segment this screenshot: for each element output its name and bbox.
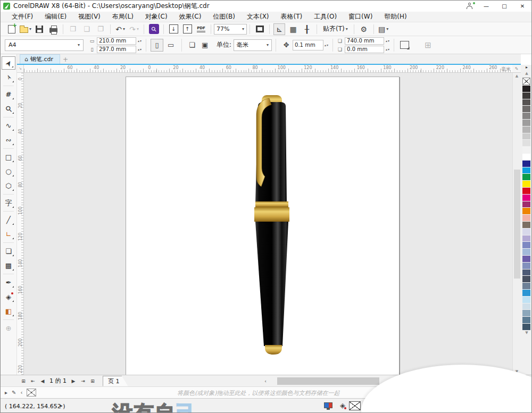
palette-swatch-6[interactable] bbox=[522, 127, 530, 133]
connector-tool[interactable]: ∟ bbox=[2, 227, 15, 241]
vertical-scroll-thumb[interactable] bbox=[514, 170, 520, 279]
snap-dropdown-arrow[interactable]: ▾ bbox=[346, 27, 348, 31]
palette-swatch-29[interactable] bbox=[522, 283, 530, 290]
undo-dropdown-arrow[interactable]: ▾ bbox=[123, 27, 125, 31]
duplicate-y-stepper[interactable]: ▴▾ bbox=[386, 47, 390, 51]
nudge-distance-input[interactable]: 0.1 mm bbox=[293, 40, 323, 50]
menu-item-8[interactable]: 表格(T) bbox=[275, 11, 309, 22]
search-content-button[interactable]: ⚲ bbox=[148, 23, 160, 35]
nudge-stepper[interactable]: ▴▾ bbox=[325, 44, 329, 46]
menu-item-9[interactable]: 工具(O) bbox=[308, 11, 343, 22]
menu-item-2[interactable]: 视图(V) bbox=[72, 11, 106, 22]
maximize-button[interactable]: □ bbox=[495, 1, 513, 12]
palette-swatch-30[interactable] bbox=[522, 290, 530, 297]
palette-flyout-arrow[interactable]: ▸ bbox=[521, 65, 532, 71]
document-tab[interactable]: ⌂ 钢笔.cdr bbox=[20, 54, 60, 64]
palette-swatch-33[interactable] bbox=[522, 310, 530, 317]
dropshadow-tool[interactable]: ❏ bbox=[2, 245, 15, 258]
application-launcher-button[interactable]: ▤▾ bbox=[378, 23, 389, 35]
fill-status-icon[interactable]: ◈ bbox=[340, 401, 345, 409]
zoom-level-combo[interactable]: 77%▾ bbox=[214, 24, 247, 35]
dimension-tool[interactable]: ╱ bbox=[2, 213, 15, 226]
bspline-tool[interactable]: ∾ bbox=[2, 133, 15, 147]
palette-swatch-22[interactable] bbox=[522, 235, 530, 242]
page-1-tab[interactable]: 页 1 bbox=[103, 376, 128, 386]
ruler-origin-corner[interactable]: ↘ bbox=[17, 65, 24, 73]
palette-swatch-11[interactable] bbox=[522, 161, 530, 167]
duplicate-x-stepper[interactable]: ▴▾ bbox=[386, 39, 390, 43]
palette-swatch-27[interactable] bbox=[522, 269, 530, 276]
new-tab-button[interactable]: + bbox=[60, 55, 71, 64]
drawing-canvas[interactable] bbox=[24, 73, 512, 375]
undo-button[interactable]: ↶▾ bbox=[114, 23, 126, 35]
account-icon[interactable] bbox=[463, 1, 477, 12]
all-pages-button[interactable]: ❏ bbox=[186, 39, 198, 52]
portrait-button[interactable]: ▯ bbox=[151, 39, 163, 52]
page-width-stepper[interactable]: ▴▾ bbox=[138, 39, 142, 43]
next-page-button[interactable]: ▶ bbox=[69, 376, 78, 386]
landscape-button[interactable]: ▭ bbox=[164, 39, 177, 52]
menu-item-6[interactable]: 位图(B) bbox=[207, 11, 241, 22]
palette-swatch-20[interactable] bbox=[522, 222, 530, 229]
new-document-button[interactable] bbox=[6, 23, 18, 35]
shape-tool[interactable]: ➢ bbox=[2, 71, 15, 84]
hscroll-left-arrow[interactable]: ‹ bbox=[261, 377, 270, 385]
add-page-button[interactable]: ⊞ bbox=[19, 376, 28, 386]
no-color-swatch[interactable] bbox=[522, 78, 530, 85]
current-page-button[interactable]: ▣ bbox=[198, 39, 211, 52]
palette-swatch-16[interactable] bbox=[522, 195, 530, 201]
palette-swatch-5[interactable] bbox=[522, 120, 530, 127]
palette-swatch-0[interactable] bbox=[522, 86, 530, 92]
vertical-scrollbar[interactable]: ▲ ▼ bbox=[512, 73, 521, 375]
last-page-button[interactable]: ⇥ bbox=[78, 376, 88, 386]
palette-swatch-21[interactable] bbox=[522, 229, 530, 235]
show-guidelines-button[interactable]: ╂ bbox=[301, 23, 313, 35]
palette-swatch-24[interactable] bbox=[522, 249, 530, 256]
menu-item-10[interactable]: 窗口(W) bbox=[343, 11, 378, 22]
polygon-tool[interactable]: ⬡ bbox=[2, 179, 15, 192]
palette-swatch-28[interactable] bbox=[522, 276, 530, 283]
treat-as-filled-button[interactable] bbox=[398, 39, 411, 52]
palette-swatch-25[interactable] bbox=[522, 256, 530, 263]
eyedropper-tool[interactable]: ✒ bbox=[2, 276, 15, 289]
ruler-edit-corner[interactable]: ✎ bbox=[512, 65, 521, 73]
palette-scroll-down[interactable]: ▼ bbox=[521, 331, 532, 337]
palette-swatch-18[interactable] bbox=[522, 208, 530, 215]
palette-swatch-4[interactable] bbox=[522, 113, 530, 120]
palette-swatch-35[interactable] bbox=[522, 324, 530, 331]
pick-tool[interactable]: ➤ bbox=[2, 56, 15, 70]
import-button[interactable]: ↓ bbox=[168, 23, 179, 35]
scroll-up-arrow[interactable]: ▲ bbox=[513, 74, 521, 78]
palette-swatch-23[interactable] bbox=[522, 242, 530, 249]
statusbar-flyout-arrow[interactable]: ▸ bbox=[60, 403, 63, 408]
palette-swatch-19[interactable] bbox=[522, 215, 530, 222]
docpal-empty-swatch[interactable] bbox=[27, 389, 36, 397]
zoom-tool[interactable]: ⚲ bbox=[2, 102, 15, 115]
snap-to-button[interactable]: 贴齐(T)▾ bbox=[321, 23, 350, 35]
text-tool[interactable]: 字 bbox=[2, 196, 15, 209]
palette-swatch-10[interactable] bbox=[522, 154, 530, 161]
publish-pdf-button[interactable]: PDF bbox=[195, 23, 207, 35]
page-height-stepper[interactable]: ▴▾ bbox=[138, 47, 142, 51]
open-button[interactable]: ▾ bbox=[20, 23, 31, 35]
palette-swatch-9[interactable] bbox=[522, 147, 530, 154]
docpal-eyedropper-icon[interactable]: ✎ bbox=[12, 390, 16, 395]
page-height-input[interactable]: 297.0 mm bbox=[97, 46, 136, 53]
save-button[interactable] bbox=[34, 23, 45, 35]
menu-item-1[interactable]: 编辑(E) bbox=[39, 11, 72, 22]
transparency-tool[interactable]: ▩ bbox=[2, 259, 15, 272]
options-button[interactable]: ⚙ bbox=[358, 23, 370, 35]
open-dropdown-arrow[interactable]: ▾ bbox=[29, 27, 31, 31]
minimize-button[interactable]: — bbox=[477, 1, 495, 12]
vertical-ruler[interactable]: 020406080100120140160180200220 bbox=[17, 73, 24, 375]
first-page-button[interactable]: ⇤ bbox=[28, 376, 38, 386]
add-page-button-right[interactable]: ⊞ bbox=[88, 376, 97, 386]
freehand-tool[interactable]: ∿ bbox=[2, 119, 15, 132]
page-width-input[interactable]: 210.0 mm bbox=[97, 37, 136, 45]
docpal-scroll-left[interactable]: ‹ bbox=[20, 390, 22, 395]
zoom-dropdown-arrow[interactable]: ▾ bbox=[242, 27, 244, 31]
rectangle-tool[interactable]: □ bbox=[2, 150, 15, 164]
palette-swatch-7[interactable] bbox=[522, 133, 530, 140]
show-rulers-button[interactable]: ⊾ bbox=[273, 23, 285, 35]
menu-item-4[interactable]: 对象(C) bbox=[139, 11, 173, 22]
